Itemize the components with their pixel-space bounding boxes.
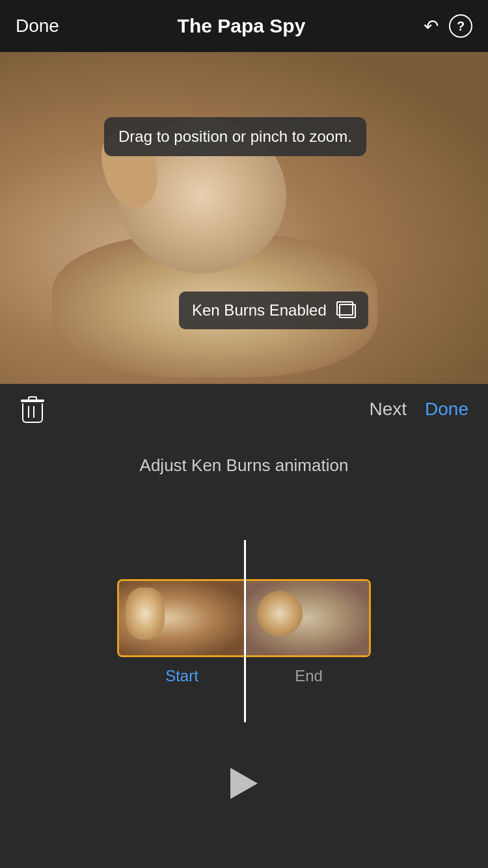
ken-burns-label: Ken Burns Enabled [192,301,327,319]
timeline-scrubber-line [244,540,246,722]
header-icons: ↶ ? [424,14,472,38]
ken-burns-icon [336,301,355,320]
play-button[interactable] [230,768,258,799]
start-frame-preview [126,588,165,640]
done-button[interactable]: Done [425,399,468,420]
trash-handle-icon [28,396,37,400]
delete-button[interactable] [20,395,46,424]
header: Done The Papa Spy ↶ ? [0,0,488,52]
help-symbol: ? [457,19,465,34]
drag-tooltip: Drag to position or pinch to zoom. [104,117,366,156]
next-button[interactable]: Next [369,399,407,420]
undo-icon[interactable]: ↶ [424,16,439,37]
ken-burns-badge[interactable]: Ken Burns Enabled [179,292,368,329]
stack-frames-icon [336,301,355,319]
toolbar-right: Next Done [369,399,468,420]
end-label: End [295,667,323,685]
trash-lid-icon [21,400,44,402]
adjust-label: Adjust Ken Burns animation [0,455,488,476]
photo-preview[interactable]: Drag to position or pinch to zoom. Ken B… [0,52,488,384]
tooltip-text: Drag to position or pinch to zoom. [118,128,352,145]
header-done-button[interactable]: Done [16,16,59,36]
header-title: The Papa Spy [178,15,306,37]
film-frame-start[interactable] [119,581,244,655]
trash-body-icon [22,403,43,423]
help-icon[interactable]: ? [449,14,472,38]
film-frame-end[interactable] [244,581,369,655]
start-label: Start [165,667,198,685]
end-frame-preview [257,591,303,636]
toolbar: Next Done [0,384,488,435]
